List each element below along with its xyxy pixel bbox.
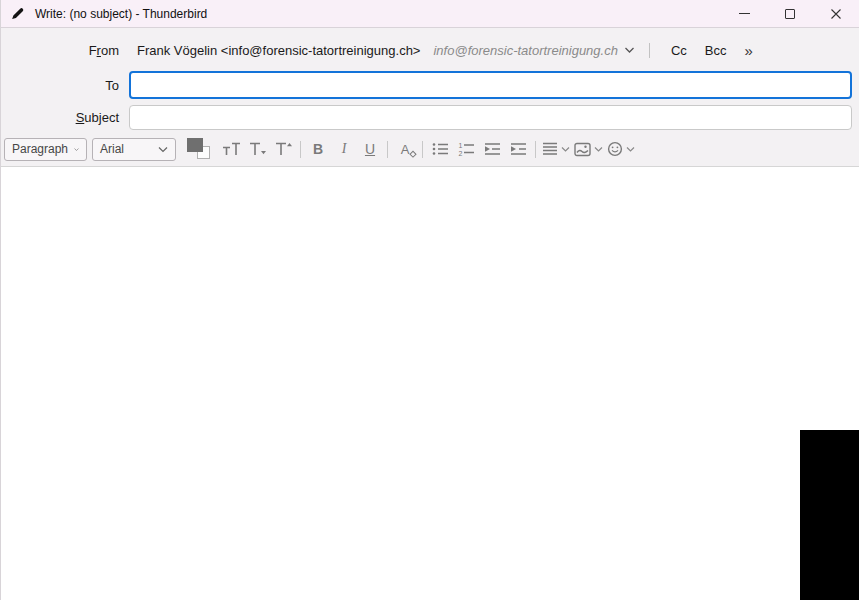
paragraph-format-select[interactable]: Paragraph xyxy=(4,138,87,161)
increase-font-size-icon[interactable] xyxy=(270,137,296,161)
numbered-list-icon[interactable]: 12 xyxy=(453,137,479,161)
smiley-icon xyxy=(607,141,623,157)
insert-smiley-button[interactable] xyxy=(605,137,637,161)
compose-header: From Frank Vögelin <info@forensic-tatort… xyxy=(1,28,859,167)
chevron-down-icon xyxy=(74,146,79,153)
compose-pencil-icon xyxy=(10,6,25,21)
formatting-toolbar: Paragraph Arial xyxy=(1,137,859,161)
remove-formatting-button[interactable]: A xyxy=(392,137,418,161)
maximize-button[interactable] xyxy=(767,0,813,27)
subject-label: Subject xyxy=(1,110,121,125)
paragraph-format-value: Paragraph xyxy=(12,142,68,156)
image-icon xyxy=(574,142,591,157)
text-color-picker[interactable] xyxy=(187,138,214,161)
minimize-icon xyxy=(739,13,750,14)
black-artifact-region xyxy=(800,430,859,600)
subject-input[interactable] xyxy=(129,105,852,130)
chevron-down-icon xyxy=(594,146,603,153)
indent-icon[interactable] xyxy=(505,137,531,161)
cc-button[interactable]: Cc xyxy=(662,39,696,62)
font-value: Arial xyxy=(100,142,152,156)
chevron-down-icon xyxy=(626,146,635,153)
bold-button[interactable]: B xyxy=(305,137,331,161)
from-row: From Frank Vögelin <info@forensic-tatort… xyxy=(1,37,859,63)
chevron-down-icon xyxy=(158,146,168,153)
to-label: To xyxy=(1,78,121,93)
from-label: From xyxy=(1,43,121,58)
identity-address: info@forensic-tatortreinigung.ch xyxy=(433,43,617,58)
align-icon xyxy=(542,142,558,156)
minimize-button[interactable] xyxy=(721,0,767,27)
identity-selector[interactable]: info@forensic-tatortreinigung.ch xyxy=(433,43,634,58)
toolbar-separator xyxy=(422,141,423,158)
from-address: Frank Vögelin <info@forensic-tatortreini… xyxy=(137,43,420,58)
font-select[interactable]: Arial xyxy=(92,138,176,161)
to-input[interactable] xyxy=(129,71,852,99)
close-icon xyxy=(830,8,842,20)
window-title: Write: (no subject) - Thunderbird xyxy=(35,7,207,21)
subject-row: Subject xyxy=(1,105,859,130)
titlebar: Write: (no subject) - Thunderbird xyxy=(1,0,859,28)
insert-image-button[interactable] xyxy=(572,137,605,161)
message-body-editor[interactable] xyxy=(1,167,859,600)
remove-formatting-icon xyxy=(409,150,417,158)
decrease-font-size-icon[interactable] xyxy=(244,137,270,161)
more-recipients-button[interactable]: » xyxy=(736,40,763,61)
to-row: To xyxy=(1,71,859,99)
divider xyxy=(649,43,650,58)
foreground-color-swatch xyxy=(187,138,203,152)
bcc-button[interactable]: Bcc xyxy=(696,39,736,62)
chevron-down-icon xyxy=(561,146,570,153)
svg-text:1: 1 xyxy=(459,142,463,149)
alignment-button[interactable] xyxy=(540,137,572,161)
toolbar-separator xyxy=(535,141,536,158)
toolbar-separator xyxy=(300,141,301,158)
svg-text:2: 2 xyxy=(459,150,463,156)
chevron-down-icon xyxy=(624,46,635,54)
close-button[interactable] xyxy=(813,0,859,27)
bullet-list-icon[interactable] xyxy=(427,137,453,161)
underline-button[interactable]: U xyxy=(357,137,383,161)
maximize-icon xyxy=(785,9,795,19)
toolbar-separator xyxy=(387,141,388,158)
outdent-icon[interactable] xyxy=(479,137,505,161)
font-size-icon[interactable] xyxy=(218,137,244,161)
italic-button[interactable]: I xyxy=(331,137,357,161)
